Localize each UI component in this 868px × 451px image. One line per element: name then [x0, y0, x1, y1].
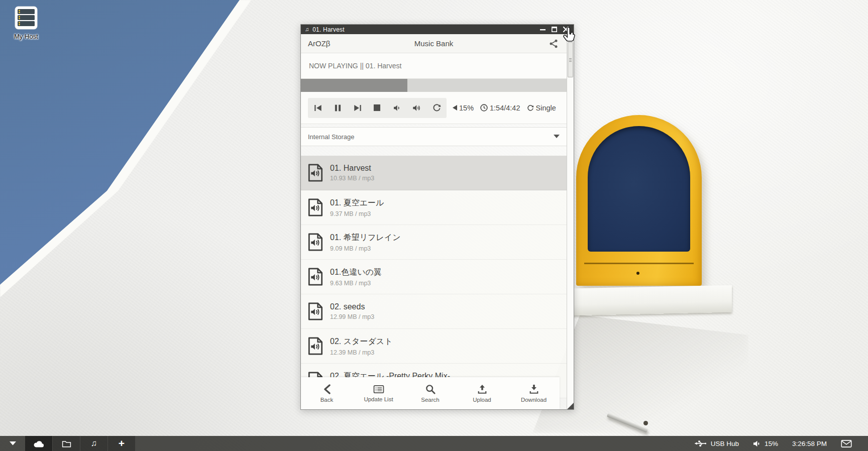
taskbar-menu-caret[interactable]: [0, 436, 25, 451]
time-text: 1:54/4:42: [490, 104, 520, 112]
track-title: 02. スターダスト: [330, 336, 393, 347]
volume-tray-item[interactable]: 15%: [753, 440, 778, 447]
caret-down-icon: [10, 441, 16, 445]
back-button[interactable]: Back: [301, 377, 353, 409]
usb-tray-item[interactable]: USB Hub: [694, 440, 739, 447]
download-button[interactable]: Download: [508, 377, 560, 409]
music-note-icon: ♫: [91, 438, 97, 448]
time-indicator: 1:54/4:42: [480, 104, 520, 112]
play-mode[interactable]: Single: [527, 104, 556, 112]
maximize-button[interactable]: [550, 26, 558, 33]
taskbar-app-files[interactable]: [53, 436, 80, 451]
audio-file-icon: [308, 233, 323, 251]
repeat-icon: [527, 104, 534, 111]
audio-file-icon: [308, 337, 323, 355]
stop-button[interactable]: [367, 98, 387, 118]
audio-file-icon: [308, 302, 323, 320]
plus-icon: +: [119, 437, 125, 449]
volume-indicator: 15%: [453, 104, 474, 112]
audio-file-icon: [308, 268, 323, 286]
search-button[interactable]: Search: [404, 377, 456, 409]
track-meta: 9.37 MB / mp3: [330, 210, 384, 217]
chevron-down-icon: [554, 135, 560, 139]
playlist: 01. Harvest 10.93 MB / mp3 01. 夏空エール 9.3…: [301, 156, 567, 409]
messages-tray-item[interactable]: [841, 440, 852, 447]
track-meta: 9.63 MB / mp3: [330, 280, 382, 287]
playlist-item[interactable]: 01. 希望リフレイン 9.09 MB / mp3: [301, 225, 567, 260]
track-title: 01. 夏空エール: [330, 198, 384, 208]
player-button-group: [308, 98, 447, 118]
speaker-icon: [753, 440, 761, 447]
player-controls: 15% 1:54/4:42 Single: [301, 92, 567, 124]
wallpaper-arched-window: [576, 115, 702, 286]
playlist-item[interactable]: 01. 夏空エール 9.37 MB / mp3: [301, 190, 567, 225]
play-mode-text: Single: [536, 104, 556, 112]
desktop: My Host ♫ 01. Harvest ArOZβ Music Bank: [0, 0, 868, 451]
server-icon: [14, 6, 38, 30]
wallpaper-window-glass: [588, 126, 690, 252]
progress-fill: [301, 79, 407, 92]
track-title: 01. 希望リフレイン: [330, 233, 401, 243]
wallpaper-pipe-tip: [643, 421, 648, 425]
track-meta: 12.39 MB / mp3: [330, 349, 393, 356]
now-playing-text: NOW PLAYING || 01. Harvest: [309, 62, 401, 70]
app-title: Music Bank: [301, 39, 567, 48]
resize-handle-icon[interactable]: [567, 403, 574, 409]
playlist-item[interactable]: 02. スターダスト 12.39 MB / mp3: [301, 329, 567, 364]
track-title: 02. seeds: [330, 302, 374, 311]
desktop-icon-my-host[interactable]: My Host: [6, 6, 46, 40]
taskbar: ♫ + USB Hub 15% 3:26: [0, 436, 868, 451]
scrollbar-thumb[interactable]: [568, 42, 573, 77]
storage-selector-value: Internal Storage: [308, 133, 355, 141]
volume-tri-icon: [453, 105, 457, 110]
playlist-item[interactable]: 01.色違いの翼 9.63 MB / mp3: [301, 260, 567, 294]
pause-button[interactable]: [328, 98, 347, 118]
music-player-window: ♫ 01. Harvest ArOZβ Music Bank: [300, 24, 574, 410]
cloud-icon: [33, 440, 44, 447]
wallpaper-window-frame-line: [584, 263, 694, 264]
replay-button[interactable]: [427, 98, 447, 118]
desktop-icon-label: My Host: [14, 33, 38, 40]
bottom-toolbar: Back Update List Search Upload Download: [301, 377, 560, 409]
search-icon: [425, 384, 436, 394]
clock-text: 3:26:58 PM: [792, 440, 827, 447]
clock-icon: [480, 104, 488, 111]
upload-icon: [477, 384, 487, 394]
wallpaper-window-sill: [572, 285, 732, 316]
taskbar-app-cloud[interactable]: [25, 436, 52, 451]
storage-selector[interactable]: Internal Storage: [301, 127, 567, 146]
taskbar-app-music[interactable]: ♫: [80, 436, 107, 451]
upload-button[interactable]: Upload: [456, 377, 508, 409]
share-icon[interactable]: [549, 39, 559, 49]
usb-icon: [694, 440, 707, 447]
chevron-left-icon: [323, 384, 331, 394]
clock-tray-item[interactable]: 3:26:58 PM: [792, 440, 827, 447]
window-scrollbar[interactable]: [567, 34, 574, 409]
music-note-icon: ♫: [305, 27, 309, 32]
audio-file-icon: [308, 198, 323, 216]
previous-track-button[interactable]: [308, 98, 328, 118]
now-playing-bar: NOW PLAYING || 01. Harvest: [301, 53, 567, 79]
minimize-button[interactable]: [538, 26, 547, 33]
track-meta: 10.93 MB / mp3: [330, 175, 374, 182]
taskbar-app-add[interactable]: +: [108, 436, 135, 451]
wallpaper-window-knob: [636, 272, 639, 275]
list-icon: [373, 385, 384, 394]
folder-icon: [62, 440, 71, 447]
taskbar-volume-percent: 15%: [765, 440, 778, 447]
window-content: NOW PLAYING || 01. Harvest: [301, 53, 567, 409]
next-track-button[interactable]: [348, 98, 367, 118]
volume-down-button[interactable]: [387, 98, 407, 118]
update-list-button[interactable]: Update List: [353, 377, 404, 409]
download-icon: [529, 384, 539, 394]
app-header: ArOZβ Music Bank: [301, 34, 574, 53]
audio-file-icon: [308, 164, 323, 182]
playlist-item[interactable]: 02. seeds 12.99 MB / mp3: [301, 294, 567, 329]
playlist-item[interactable]: 01. Harvest 10.93 MB / mp3: [301, 156, 567, 190]
seek-bar[interactable]: [301, 79, 567, 92]
volume-up-button[interactable]: [407, 98, 426, 118]
window-titlebar[interactable]: ♫ 01. Harvest: [301, 25, 574, 34]
close-button[interactable]: [562, 26, 570, 33]
track-title: 01. Harvest: [330, 164, 374, 173]
track-title: 01.色違いの翼: [330, 267, 382, 278]
